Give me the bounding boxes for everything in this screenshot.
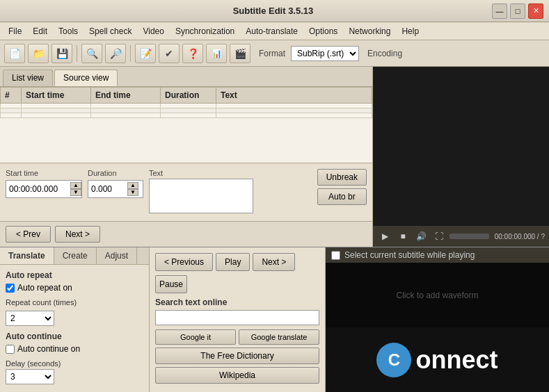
select-subtitle-bar: Select current subtitle while playing bbox=[326, 247, 549, 263]
col-text: Text bbox=[216, 88, 372, 104]
maximize-button[interactable]: □ bbox=[510, 3, 525, 19]
connect-text: onnect bbox=[415, 345, 498, 375]
table-row[interactable] bbox=[1, 108, 372, 113]
delay-select[interactable]: 3125 bbox=[6, 369, 54, 384]
google-it-button[interactable]: Google it bbox=[155, 329, 236, 345]
auto-continue-title: Auto continue bbox=[6, 332, 143, 341]
help-icon-button[interactable]: ❓ bbox=[182, 44, 203, 63]
window-controls: — □ ✕ bbox=[492, 3, 543, 19]
auto-continue-row: Auto continue on bbox=[6, 344, 143, 354]
translate-panel-content: Auto repeat Auto repeat on Repeat count … bbox=[0, 265, 149, 390]
menu-help[interactable]: Help bbox=[396, 24, 424, 38]
check-button[interactable]: ✔ bbox=[159, 44, 180, 63]
menu-networking[interactable]: Networking bbox=[343, 24, 396, 38]
search-label: Search text online bbox=[155, 297, 319, 307]
start-time-input[interactable] bbox=[9, 184, 70, 194]
select-subtitle-label: Select current subtitle while playing bbox=[344, 250, 475, 260]
close-button[interactable]: ✕ bbox=[528, 3, 543, 19]
col-start-time: Start time bbox=[22, 88, 91, 104]
stop-video-button[interactable]: ■ bbox=[395, 229, 411, 244]
edit-fields: Start time ▲ ▼ Duration bbox=[6, 169, 367, 215]
menu-options[interactable]: Options bbox=[303, 24, 343, 38]
minimize-button[interactable]: — bbox=[492, 3, 507, 19]
tab-source-view[interactable]: Source view bbox=[54, 70, 118, 86]
unbreak-button[interactable]: Unbreak bbox=[317, 169, 367, 186]
save-button[interactable]: 💾 bbox=[51, 44, 72, 63]
start-time-down[interactable]: ▼ bbox=[70, 189, 81, 196]
video-controls: ▶ ■ 🔊 ⛶ 00:00:00.000 / ? bbox=[373, 226, 549, 247]
wikipedia-button[interactable]: Wikipedia bbox=[155, 367, 319, 384]
waveform-button[interactable]: 📊 bbox=[206, 44, 227, 63]
search-input[interactable] bbox=[155, 310, 319, 325]
col-number: # bbox=[1, 88, 22, 104]
find-button[interactable]: 🔍 bbox=[81, 44, 102, 63]
tab-translate[interactable]: Translate bbox=[0, 247, 54, 264]
text-input[interactable] bbox=[149, 179, 253, 213]
waveform-add-label: Click to add waveform bbox=[396, 291, 478, 300]
menu-video[interactable]: Video bbox=[137, 24, 169, 38]
duration-group: Duration ▲ ▼ bbox=[88, 169, 143, 198]
menu-file[interactable]: File bbox=[3, 24, 27, 38]
duration-label: Duration bbox=[88, 169, 143, 177]
menu-auto-translate[interactable]: Auto-translate bbox=[240, 24, 303, 38]
edit-area: Start time ▲ ▼ Duration bbox=[0, 163, 372, 221]
view-tabs: List view Source view bbox=[0, 67, 372, 87]
video-time-display: 00:00:00.000 / ? bbox=[495, 233, 545, 240]
table-row[interactable] bbox=[1, 113, 372, 118]
previous-button[interactable]: < Previous bbox=[155, 253, 213, 271]
duration-up[interactable]: ▲ bbox=[127, 182, 138, 189]
toolbar-separator-1 bbox=[77, 45, 77, 62]
subtitle-table: # Start time End time Duration Text bbox=[0, 87, 372, 118]
start-time-input-wrapper: ▲ ▼ bbox=[6, 180, 82, 198]
repeat-count-select[interactable]: 234 bbox=[6, 311, 54, 326]
video-button[interactable]: 🎬 bbox=[230, 44, 250, 63]
delay-label: Delay (seconds) bbox=[6, 359, 143, 368]
play-button[interactable]: Play bbox=[216, 253, 250, 271]
menu-synchronization[interactable]: Synchronization bbox=[170, 24, 240, 38]
pause-button[interactable]: Pause bbox=[155, 275, 187, 293]
volume-button[interactable]: 🔊 bbox=[413, 229, 429, 244]
fullscreen-button[interactable]: ⛶ bbox=[431, 229, 447, 244]
free-dictionary-button[interactable]: The Free Dictionary bbox=[155, 348, 319, 364]
top-panels: List view Source view # Start time End t… bbox=[0, 67, 549, 247]
tab-adjust[interactable]: Adjust bbox=[97, 247, 137, 264]
video-progress-bar[interactable] bbox=[449, 234, 489, 239]
google-translate-button[interactable]: Google translate bbox=[239, 329, 319, 345]
next-button[interactable]: Next > bbox=[55, 226, 100, 243]
connect-logo: C onnect bbox=[376, 343, 498, 377]
start-time-up[interactable]: ▲ bbox=[70, 182, 81, 189]
open-button[interactable]: 📁 bbox=[28, 44, 49, 63]
auto-br-button[interactable]: Auto br bbox=[317, 188, 367, 205]
next-play-button[interactable]: Next > bbox=[253, 253, 295, 271]
text-label: Text bbox=[149, 169, 312, 177]
menu-spell-check[interactable]: Spell check bbox=[83, 24, 137, 38]
prev-button[interactable]: < Prev bbox=[6, 226, 51, 243]
toolbar: 📄 📁 💾 🔍 🔎 📝 ✔ ❓ 📊 🎬 Format SubRip (.srt)… bbox=[0, 40, 549, 67]
left-panel: List view Source view # Start time End t… bbox=[0, 67, 373, 247]
duration-down[interactable]: ▼ bbox=[127, 189, 138, 196]
text-field-group: Text bbox=[149, 169, 312, 215]
auto-repeat-checkbox[interactable] bbox=[6, 284, 15, 293]
menu-tools[interactable]: Tools bbox=[53, 24, 83, 38]
menu-edit[interactable]: Edit bbox=[27, 24, 53, 38]
tab-list-view[interactable]: List view bbox=[3, 70, 53, 86]
format-select[interactable]: SubRip (.srt) bbox=[291, 46, 359, 61]
replace-button[interactable]: 🔎 bbox=[105, 44, 126, 63]
bottom-section: Translate Create Adjust Auto repeat Auto… bbox=[0, 247, 549, 392]
col-end-time: End time bbox=[91, 88, 161, 104]
select-subtitle-checkbox[interactable] bbox=[331, 251, 340, 260]
duration-input[interactable] bbox=[91, 184, 127, 194]
repeat-count-group: Repeat count (times) bbox=[6, 298, 143, 307]
table-row[interactable] bbox=[1, 104, 372, 108]
auto-repeat-title: Auto repeat bbox=[6, 270, 143, 280]
connect-icon: C bbox=[376, 343, 411, 377]
new-button[interactable]: 📄 bbox=[4, 44, 25, 63]
waveform-area: Click to add waveform bbox=[326, 263, 549, 327]
duration-spinners: ▲ ▼ bbox=[127, 182, 138, 196]
connect-logo-area: C onnect bbox=[326, 327, 549, 392]
title-bar: Subtitle Edit 3.5.13 — □ ✕ bbox=[0, 0, 549, 22]
spell-button[interactable]: 📝 bbox=[135, 44, 156, 63]
play-video-button[interactable]: ▶ bbox=[377, 229, 392, 244]
auto-continue-checkbox[interactable] bbox=[6, 345, 15, 354]
tab-create[interactable]: Create bbox=[54, 247, 97, 264]
